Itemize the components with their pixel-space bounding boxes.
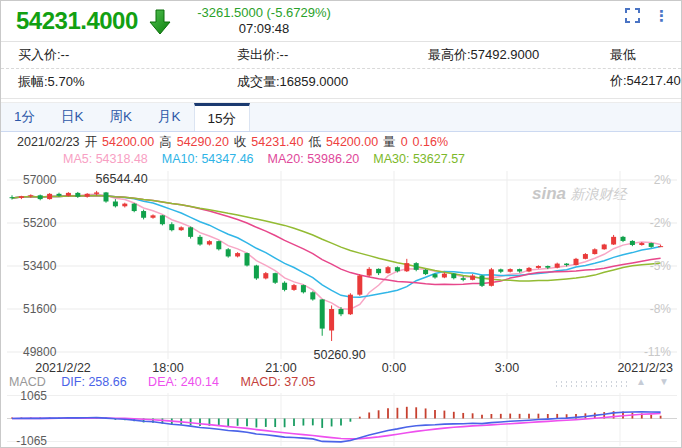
ma-label-1: MA10: 54347.46 [162,152,254,166]
quote-row-2: 振幅:5.70%成交量:16859.0000 [1,69,681,96]
svg-text:57000: 57000 [23,173,57,187]
svg-text:53400: 53400 [23,259,57,273]
svg-text:21:00: 21:00 [265,361,296,375]
main-chart-svg[interactable]: 1065-1065570002%55200-2%53400-5%51600-8%… [1,169,682,448]
ohlc-part-7: 低 [308,135,321,149]
high-price-annotation: 56544.40 [96,172,148,186]
svg-text:-8%: -8% [650,302,672,316]
tab-周K[interactable]: 周K [97,103,146,131]
fullscreen-icon[interactable] [625,8,640,23]
ohlc-line: 2021/02/23开54200.00高54290.20收54231.40低54… [1,134,681,151]
quote-field2-3 [610,69,681,96]
macd-panel: 1065-1065 [7,389,677,448]
ma30-line [12,195,661,281]
macd-dea-value: DEA: 240.14 [148,375,219,389]
svg-text:2021/2/22: 2021/2/22 [35,361,91,375]
scroll-up-icon[interactable]: ▲ [636,376,646,387]
ohlc-part-3: 高 [159,135,172,149]
svg-text:-11%: -11% [644,345,671,359]
svg-text:3:00: 3:00 [495,361,519,375]
tab-月K[interactable]: 月K [145,103,194,131]
ma20-line [12,195,661,284]
chart-header: 2021/02/23开54200.00高54290.20收54231.40低54… [1,134,681,167]
macd-title: MACD [9,375,46,389]
ohlc-part-5: 收 [234,135,247,149]
svg-text:49800: 49800 [23,345,57,359]
tab-日K[interactable]: 日K [48,103,97,131]
change-block: -3261.5000 (-5.6729%) 07:09:48 [184,4,344,37]
quote-field2-2 [428,69,610,96]
svg-text:55200: 55200 [23,216,57,230]
ohlc-part-2: 54200.00 [102,135,154,149]
ma10-line [12,195,661,297]
svg-text:-1065: -1065 [16,434,47,448]
tab-1分[interactable]: 1分 [1,103,48,131]
ohlc-part-0: 2021/02/23 [17,135,80,149]
svg-text:-5%: -5% [650,259,672,273]
svg-text:18:00: 18:00 [152,361,183,375]
ohlc-part-9: 量 [383,135,396,149]
ohlc-part-11: 0.16% [413,135,448,149]
price-change: -3261.5000 (-5.6729%) [184,4,344,21]
macd-bar-value: MACD: 37.05 [240,375,315,389]
ma-line: MA5: 54318.48MA10: 54347.46MA20: 53986.2… [1,151,681,167]
down-arrow-icon [148,9,172,35]
svg-text:2%: 2% [654,173,672,187]
ohlc-part-1: 开 [85,135,98,149]
svg-text:2021/2/23: 2021/2/23 [617,361,673,375]
current-price: 54231.4000 [16,7,138,35]
svg-text:0:00: 0:00 [382,361,406,375]
low-price-annotation: 50260.90 [314,348,366,362]
price-header: 54231.4000 -3261.5000 (-5.6729%) 07:09:4… [1,1,681,42]
ohlc-part-4: 54290.20 [177,135,229,149]
ma-label-2: MA20: 53986.20 [268,152,360,166]
ma5-line [12,194,661,309]
ohlc-part-6: 54231.40 [251,135,303,149]
macd-dif-value: DIF: 258.66 [61,375,126,389]
quote-field2-1: 成交量:16859.0000 [237,69,428,96]
dea-line [12,414,661,439]
axis-labels: 570002%55200-2%53400-5%51600-8%49800-11%… [23,172,673,375]
more-menu-icon[interactable]: ⋮ [654,8,669,23]
ohlc-part-8: 54200.00 [326,135,378,149]
svg-text:51600: 51600 [23,302,57,316]
quote-row-1: 买入价:--卖出价:--最高价:57492.9000最低价:54217.4000 [1,42,681,69]
quote-field2-0: 振幅:5.70% [18,69,237,96]
ma-label-3: MA30: 53627.57 [373,152,465,166]
tab-15分[interactable]: 15分 [194,103,251,131]
period-tabbar: 1分日K周K月K15分 [1,102,681,132]
chart-scrollbar[interactable] [554,380,628,388]
scroll-down-icon[interactable]: ▼ [659,376,669,387]
ma-label-0: MA5: 54318.48 [63,152,148,166]
quote-details: 买入价:--卖出价:--最高价:57492.9000最低价:54217.4000… [1,42,681,99]
ma-lines [12,194,661,309]
svg-text:-2%: -2% [650,216,672,230]
quote-time: 07:09:48 [184,21,344,37]
stock-quote-panel: 54231.4000 -3261.5000 (-5.6729%) 07:09:4… [0,0,682,448]
ohlc-part-10: 0 [401,135,408,149]
